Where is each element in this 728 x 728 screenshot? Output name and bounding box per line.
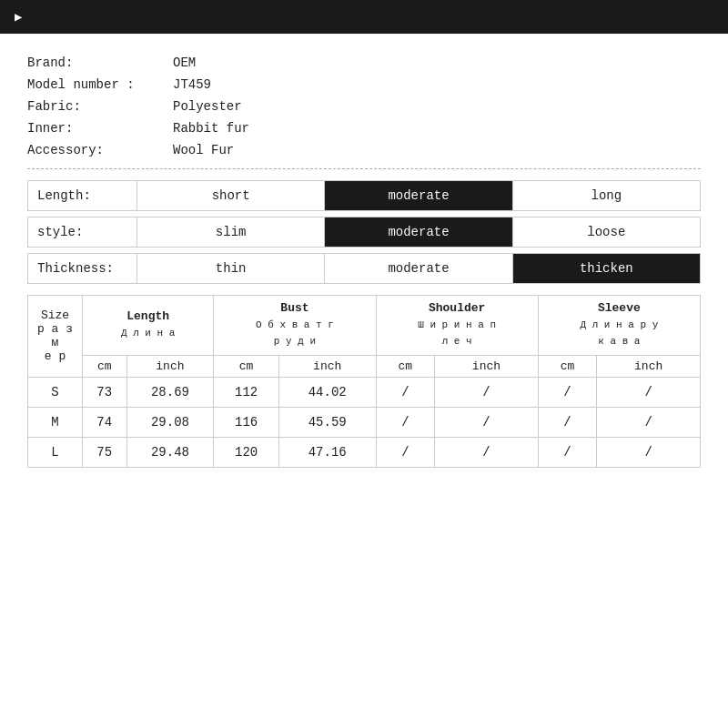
selector-row: Thickness:thinmoderatethicken — [27, 253, 701, 284]
size-table-wrap: Size р а з м е рLengthД л и н аBustО б х… — [27, 295, 701, 468]
selector-options: slimmoderateloose — [137, 217, 700, 247]
unit-cell: inch — [126, 355, 214, 377]
selector-option[interactable]: long — [513, 181, 700, 210]
data-cell: 74 — [83, 407, 127, 437]
data-cell: / — [435, 437, 539, 467]
table-row: S7328.6911244.02//// — [28, 377, 701, 407]
selector-option[interactable]: thin — [137, 254, 325, 283]
info-row: Accessory: Wool Fur — [27, 139, 701, 161]
selector-option[interactable]: moderate — [325, 217, 512, 247]
info-label: Brand: — [27, 56, 173, 70]
selector-option[interactable]: slim — [137, 217, 325, 247]
page-header: ▶ — [0, 0, 728, 34]
info-label: Fabric: — [27, 99, 173, 114]
data-cell: 112 — [214, 377, 279, 407]
info-value: JT459 — [173, 77, 701, 92]
data-cell: 45.59 — [278, 407, 376, 437]
info-label: Inner: — [27, 121, 173, 136]
data-cell: / — [435, 377, 539, 407]
info-value: Wool Fur — [173, 143, 701, 157]
unit-cell: inch — [597, 355, 701, 377]
data-cell: 120 — [214, 437, 279, 467]
data-cell: / — [435, 407, 539, 437]
header-arrow-icon: ▶ — [15, 9, 22, 25]
data-cell: 28.69 — [126, 377, 214, 407]
size-table: Size р а з м е рLengthД л и н аBustО б х… — [27, 295, 701, 468]
info-row: Fabric: Polyester — [27, 96, 701, 117]
unit-cell: cm — [214, 355, 279, 377]
data-cell: / — [376, 437, 435, 467]
col-group-header: LengthД л и н а — [83, 296, 214, 356]
data-cell: / — [597, 407, 701, 437]
data-cell: / — [538, 437, 597, 467]
data-cell: 73 — [83, 377, 127, 407]
size-cell: S — [28, 377, 83, 407]
data-cell: / — [376, 377, 435, 407]
selector-label: Length: — [28, 181, 137, 210]
unit-cell: inch — [278, 355, 376, 377]
data-cell: 29.48 — [126, 437, 214, 467]
info-value: OEM — [173, 56, 701, 70]
unit-cell: cm — [83, 355, 127, 377]
unit-cell: inch — [435, 355, 539, 377]
data-cell: / — [538, 407, 597, 437]
selector-option[interactable]: moderate — [325, 254, 512, 283]
table-row: M7429.0811645.59//// — [28, 407, 701, 437]
selector-option[interactable]: thicken — [513, 254, 700, 283]
info-label: Model number : — [27, 77, 173, 92]
col-group-header: SleeveД л и н а р у к а в а — [538, 296, 700, 356]
size-cell: M — [28, 407, 83, 437]
info-label: Accessory: — [27, 143, 173, 157]
unit-cell: cm — [376, 355, 435, 377]
info-divider — [27, 168, 701, 169]
size-cell: L — [28, 437, 83, 467]
data-cell: / — [597, 437, 701, 467]
data-cell: 75 — [83, 437, 127, 467]
selector-row: Length:shortmoderatelong — [27, 180, 701, 211]
selector-section: Length:shortmoderatelongstyle:slimmodera… — [27, 180, 701, 284]
data-cell: 47.16 — [278, 437, 376, 467]
selector-row: style:slimmoderateloose — [27, 217, 701, 248]
data-cell: 44.02 — [278, 377, 376, 407]
product-info-section: Brand: OEM Model number : JT459 Fabric: … — [27, 52, 701, 169]
table-row: L7529.4812047.16//// — [28, 437, 701, 467]
selector-options: thinmoderatethicken — [137, 254, 700, 283]
data-cell: 116 — [214, 407, 279, 437]
selector-option[interactable]: short — [137, 181, 325, 210]
selector-option[interactable]: moderate — [325, 181, 512, 210]
size-col-header: Size р а з м е р — [28, 296, 83, 378]
info-value: Polyester — [173, 99, 701, 114]
info-row: Model number : JT459 — [27, 74, 701, 96]
selector-label: Thickness: — [28, 254, 137, 283]
selector-option[interactable]: loose — [513, 217, 700, 247]
unit-cell: cm — [538, 355, 597, 377]
col-group-header: BustО б х в а т г р у д и — [214, 296, 376, 356]
info-row: Brand: OEM — [27, 52, 701, 74]
main-content: Brand: OEM Model number : JT459 Fabric: … — [0, 34, 728, 486]
data-cell: / — [538, 377, 597, 407]
info-row: Inner: Rabbit fur — [27, 117, 701, 139]
selector-options: shortmoderatelong — [137, 181, 700, 210]
info-value: Rabbit fur — [173, 121, 701, 136]
data-cell: 29.08 — [126, 407, 214, 437]
col-group-header: ShoulderШ и р и н а п л е ч — [376, 296, 538, 356]
data-cell: / — [597, 377, 701, 407]
selector-label: style: — [28, 217, 137, 247]
data-cell: / — [376, 407, 435, 437]
